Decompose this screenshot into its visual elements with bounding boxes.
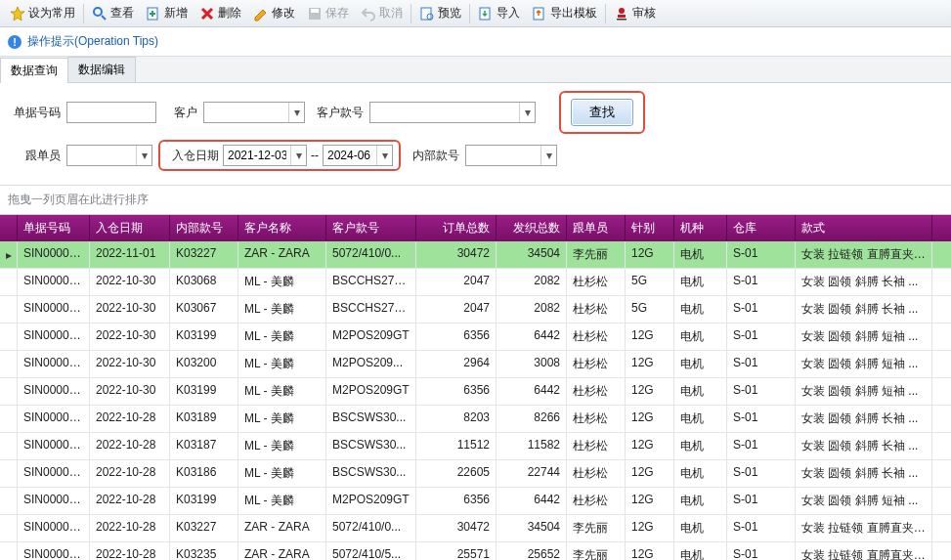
edit-button[interactable]: 修改 bbox=[247, 3, 301, 23]
cell: 12G bbox=[626, 488, 674, 514]
col-knit-total[interactable]: 发织总数 bbox=[497, 215, 567, 241]
cell: 女装 圆领 斜膊 长袖 ... bbox=[796, 460, 932, 487]
table-row[interactable]: SIN00006...2022-10-28K03189ML - 美麟BSCSWS… bbox=[0, 406, 951, 433]
view-button[interactable]: 查看 bbox=[86, 3, 140, 23]
cell: 2047 bbox=[416, 269, 497, 295]
table-row[interactable]: SIN00006...2022-10-28K03186ML - 美麟BSCSWS… bbox=[0, 460, 951, 488]
cell: 12G bbox=[626, 542, 674, 560]
chevron-down-icon[interactable]: ▾ bbox=[136, 146, 151, 165]
doc-no-input[interactable] bbox=[66, 102, 156, 123]
col-follower[interactable]: 跟单员 bbox=[567, 215, 626, 241]
indate-from-input[interactable] bbox=[224, 146, 290, 165]
cell: K03187 bbox=[170, 433, 238, 459]
audit-button[interactable]: 审核 bbox=[608, 3, 662, 23]
table-row[interactable]: SIN00006...2022-10-28K03199ML - 美麟M2POS2… bbox=[0, 488, 951, 515]
tab-data-edit[interactable]: 数据编辑 bbox=[67, 57, 136, 82]
search-icon bbox=[92, 6, 108, 22]
tabs-bar: 数据查询 数据编辑 bbox=[0, 57, 951, 83]
table-row[interactable]: SIN00006...2022-10-28K03235ZAR - ZARA507… bbox=[0, 542, 951, 560]
cell: SIN00006... bbox=[18, 351, 90, 377]
customer-dropdown[interactable]: ▾ bbox=[203, 102, 305, 123]
table-row[interactable]: ▸SIN00006...2022-11-01K03227ZAR - ZARA50… bbox=[0, 241, 951, 269]
cell: 李先丽 bbox=[567, 515, 626, 541]
cell: 5072/410/5... bbox=[326, 542, 416, 560]
table-row[interactable]: SIN00006...2022-10-30K03199ML - 美麟M2POS2… bbox=[0, 323, 951, 351]
cell: 2022-10-30 bbox=[90, 351, 170, 377]
cell: K03199 bbox=[170, 378, 238, 405]
add-button[interactable]: 新增 bbox=[140, 3, 194, 23]
col-customer-style[interactable]: 客户款号 bbox=[326, 215, 416, 241]
internal-style-dropdown[interactable]: ▾ bbox=[465, 145, 557, 166]
cell: S-01 bbox=[727, 269, 796, 295]
table-row[interactable]: SIN00006...2022-10-28K03187ML - 美麟BSCSWS… bbox=[0, 433, 951, 460]
col-order-total[interactable]: 订单总数 bbox=[416, 215, 497, 241]
row-indicator bbox=[0, 460, 18, 487]
cell: S-01 bbox=[727, 460, 796, 487]
customer-style-input[interactable] bbox=[370, 103, 519, 122]
cell: 6442 bbox=[497, 323, 567, 350]
cell: 22605 bbox=[416, 460, 497, 487]
cell: 女装 圆领 斜膊 短袖 ... bbox=[796, 351, 932, 377]
table-row[interactable]: SIN00006...2022-10-28K03227ZAR - ZARA507… bbox=[0, 515, 951, 542]
delete-button[interactable]: 删除 bbox=[194, 3, 247, 23]
group-by-hint[interactable]: 拖曳一列页眉在此进行排序 bbox=[0, 186, 951, 214]
cell: K03235 bbox=[170, 542, 238, 560]
cell: ZAR - ZARA bbox=[238, 542, 326, 560]
cell: M2POS209GT bbox=[326, 323, 416, 350]
import-button[interactable]: 导入 bbox=[472, 3, 526, 23]
cell: 2022-10-28 bbox=[90, 515, 170, 541]
chevron-down-icon[interactable]: ▾ bbox=[540, 146, 556, 165]
fav-button[interactable]: 设为常用 bbox=[4, 3, 81, 23]
indate-from-picker[interactable]: ▾ bbox=[223, 145, 307, 166]
cell: M2POS209... bbox=[326, 351, 416, 377]
cell: 8266 bbox=[497, 406, 567, 432]
table-row[interactable]: SIN00006...2022-10-30K03068ML - 美麟BSCCHS… bbox=[0, 269, 951, 296]
follower-dropdown[interactable]: ▾ bbox=[66, 145, 152, 166]
add-label: 新增 bbox=[164, 5, 188, 22]
col-indate[interactable]: 入仓日期 bbox=[90, 215, 170, 241]
col-customer-name[interactable]: 客户名称 bbox=[238, 215, 326, 241]
col-style[interactable]: 款式 bbox=[796, 215, 932, 241]
col-internal-style[interactable]: 内部款号 bbox=[170, 215, 238, 241]
customer-style-dropdown[interactable]: ▾ bbox=[369, 102, 536, 123]
save-label: 保存 bbox=[325, 5, 349, 22]
col-gauge[interactable]: 针别 bbox=[626, 215, 674, 241]
table-row[interactable]: SIN00006...2022-10-30K03199ML - 美麟M2POS2… bbox=[0, 378, 951, 406]
cell: 6356 bbox=[416, 323, 497, 350]
internal-style-label: 内部款号 bbox=[407, 148, 459, 164]
col-warehouse[interactable]: 仓库 bbox=[727, 215, 796, 241]
cell: 李先丽 bbox=[567, 241, 626, 268]
cell: 6442 bbox=[497, 488, 567, 514]
indate-to-input[interactable] bbox=[324, 146, 376, 165]
cell: M2POS209GT bbox=[326, 488, 416, 514]
cell: 电机 bbox=[674, 351, 727, 377]
search-button[interactable]: 查找 bbox=[571, 99, 633, 126]
cell: BSCSWS30... bbox=[326, 433, 416, 459]
chevron-down-icon[interactable]: ▾ bbox=[290, 146, 306, 165]
cell: 11512 bbox=[416, 433, 497, 459]
cell: 5072/410/0... bbox=[326, 515, 416, 541]
cell: SIN00006... bbox=[18, 296, 90, 323]
table-row[interactable]: SIN00006...2022-10-30K03200ML - 美麟M2POS2… bbox=[0, 351, 951, 378]
table-row[interactable]: SIN00006...2022-10-30K03067ML - 美麟BSCCHS… bbox=[0, 296, 951, 323]
cell: 杜杉松 bbox=[567, 378, 626, 405]
chevron-down-icon[interactable]: ▾ bbox=[376, 146, 392, 165]
cell: 电机 bbox=[674, 378, 727, 405]
cell: ZAR - ZARA bbox=[238, 241, 326, 268]
cell: 电机 bbox=[674, 323, 727, 350]
operation-tips-bar[interactable]: ! 操作提示(Operation Tips) bbox=[0, 27, 951, 57]
chevron-down-icon[interactable]: ▾ bbox=[288, 103, 304, 122]
preview-button[interactable]: 预览 bbox=[413, 3, 467, 23]
indate-to-picker[interactable]: ▾ bbox=[323, 145, 393, 166]
col-machine[interactable]: 机种 bbox=[674, 215, 727, 241]
customer-dropdown-input[interactable] bbox=[204, 103, 288, 122]
tab-data-query[interactable]: 数据查询 bbox=[0, 58, 68, 83]
export-template-button[interactable]: 导出模板 bbox=[526, 3, 603, 23]
internal-style-input[interactable] bbox=[466, 146, 540, 165]
cell: 杜杉松 bbox=[567, 351, 626, 377]
chevron-down-icon[interactable]: ▾ bbox=[519, 103, 535, 122]
cell: S-01 bbox=[727, 378, 796, 405]
col-doc-no[interactable]: 单据号码 bbox=[18, 215, 90, 241]
follower-input[interactable] bbox=[67, 146, 136, 165]
cell: 电机 bbox=[674, 269, 727, 295]
